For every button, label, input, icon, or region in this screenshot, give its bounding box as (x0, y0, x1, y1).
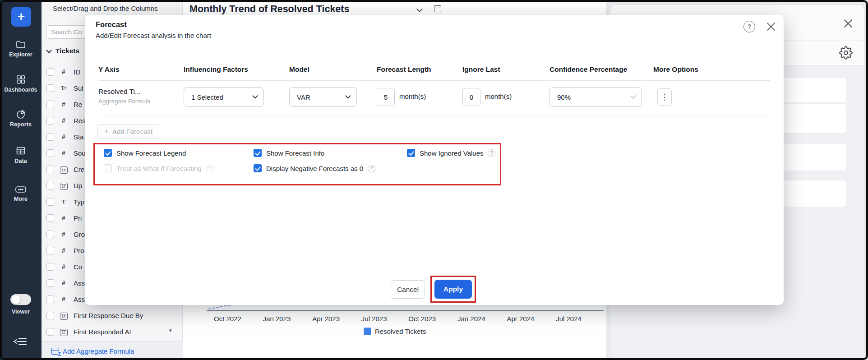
chevron-down-icon[interactable] (416, 6, 423, 12)
checkbox-unchecked (104, 164, 112, 172)
x-tick: Apr 2023 (312, 315, 340, 323)
option-display-negative-as-0[interactable]: Display Negative Forecasts as 0 ? (254, 164, 375, 172)
multiline-text-icon: T≡ (58, 85, 69, 91)
group-label: Tickets (55, 47, 79, 55)
sidebar-item-data[interactable]: Data (0, 145, 42, 164)
close-icon[interactable] (842, 18, 854, 31)
apply-button[interactable]: Apply (434, 280, 472, 299)
column-label: Co (74, 263, 82, 271)
ignore-last-input[interactable] (462, 88, 480, 106)
checkbox-checked[interactable] (104, 149, 112, 157)
divider (98, 80, 770, 81)
option-show-forecast-legend[interactable]: Show Forecast Legend (104, 149, 186, 157)
influencing-factors-select[interactable]: 1 Selected (184, 87, 264, 107)
col-header-model: Model (289, 65, 309, 74)
column-label: Pri (74, 214, 82, 222)
viewer-toggle[interactable] (10, 294, 31, 305)
checkbox[interactable] (46, 328, 54, 336)
number-icon: # (58, 247, 69, 254)
option-show-ignored-values[interactable]: Show Ignored Values ? (407, 149, 495, 157)
checkbox-checked[interactable] (407, 149, 415, 157)
chevron-down-icon (630, 93, 636, 99)
sidebar-item-explorer[interactable]: Explorer (0, 39, 42, 58)
number-icon: # (58, 149, 69, 157)
checkbox-checked[interactable] (254, 149, 262, 157)
report-title: Monthly Trend of Resolved Tickets (189, 4, 349, 15)
aggregate-formula-icon (51, 348, 59, 355)
checkbox[interactable] (46, 231, 54, 238)
checkbox[interactable] (46, 214, 54, 222)
checkbox[interactable] (46, 68, 54, 76)
add-aggregate-formula-link[interactable]: Add Aggregate Formula (42, 342, 183, 360)
checkbox[interactable] (46, 117, 54, 125)
close-icon[interactable] (765, 21, 777, 34)
checkbox[interactable] (46, 263, 54, 271)
x-tick: Apr 2024 (507, 315, 535, 323)
number-icon: # (58, 117, 69, 124)
date-icon: 17 (60, 183, 68, 190)
number-icon: # (58, 214, 69, 222)
confidence-percentage-select[interactable]: 90% (549, 87, 642, 107)
scroll-down-arrow[interactable]: ▾ (169, 328, 172, 333)
sidebar-item-dashboards[interactable]: Dashboards (0, 74, 42, 93)
checkbox[interactable] (46, 198, 54, 206)
forecast-length-input[interactable] (377, 88, 395, 106)
cancel-button[interactable]: Cancel (391, 280, 425, 299)
option-label: Treat as What-if Forecasting (116, 165, 202, 172)
chevron-down-icon (345, 93, 351, 99)
column-label: Re (74, 101, 82, 108)
app-window: + Explorer Dashboards Reports Data (0, 0, 868, 360)
list-item[interactable]: 17First Responded At (42, 323, 183, 340)
number-icon: # (58, 279, 69, 286)
plus-icon: + (104, 127, 109, 136)
forecast-modal: Forecast Add/Edit Forecast analysis in t… (85, 15, 784, 305)
checkbox[interactable] (46, 101, 54, 108)
date-icon: 17 (60, 166, 68, 174)
checkbox[interactable] (46, 279, 54, 287)
sidebar-item-more[interactable]: More (0, 185, 42, 202)
col-header-y-axis: Y Axis (98, 65, 120, 74)
checkbox[interactable] (46, 166, 54, 173)
column-label: Pro (74, 247, 84, 254)
checkbox[interactable] (46, 295, 54, 303)
x-tick: Jul 2024 (556, 315, 582, 323)
sidebar-item-label: More (0, 196, 42, 202)
checkbox[interactable] (46, 182, 54, 189)
select-value: VAR (297, 93, 310, 101)
y-axis-column-name: Resolved Ti... (98, 88, 141, 96)
checkbox[interactable] (46, 247, 54, 254)
checkbox[interactable] (46, 312, 54, 319)
modal-title: Forecast (96, 20, 127, 29)
number-icon: # (58, 263, 69, 270)
sidebar-item-reports[interactable]: Reports (0, 109, 42, 128)
column-label: First Response Due By (74, 312, 143, 319)
create-new-button[interactable]: + (11, 7, 31, 27)
modal-subtitle: Add/Edit Forecast analysis in the chart (96, 32, 211, 39)
checkbox-checked[interactable] (254, 164, 262, 172)
collapse-sidebar-icon[interactable] (13, 336, 29, 349)
gear-icon[interactable] (839, 46, 853, 61)
date-icon: 17 (60, 313, 68, 320)
column-label: Sul (74, 84, 83, 92)
col-header-influencing: Influencing Factors (184, 65, 248, 74)
column-label: ID (74, 68, 80, 76)
help-icon[interactable]: ? (368, 165, 375, 172)
model-select[interactable]: VAR (289, 87, 357, 107)
checkbox[interactable] (46, 84, 54, 92)
list-item[interactable]: 17First Response Due By (42, 307, 183, 323)
date-icon: 17 (60, 329, 68, 336)
help-icon[interactable]: ? (743, 21, 755, 32)
footer-link-label: Add Aggregate Formula (63, 347, 134, 355)
tickets-group-toggle[interactable]: Tickets (47, 47, 79, 55)
checkbox[interactable] (46, 133, 54, 141)
chart-legend[interactable]: Resolved Tickets (364, 328, 426, 335)
more-options-kebab-button[interactable]: ⋮ (657, 88, 672, 106)
columns-panel-header: Select/Drag and Drop the Columns (53, 5, 158, 12)
option-show-forecast-info[interactable]: Show Forecast Info (254, 149, 324, 157)
ignore-last-unit: month(s) (485, 92, 512, 100)
nav-sidebar: + Explorer Dashboards Reports Data (0, 0, 42, 360)
checkbox[interactable] (46, 149, 54, 157)
table-view-icon[interactable] (434, 5, 441, 12)
add-forecast-button[interactable]: + Add Forecast (97, 124, 159, 138)
help-icon[interactable]: ? (488, 149, 495, 157)
